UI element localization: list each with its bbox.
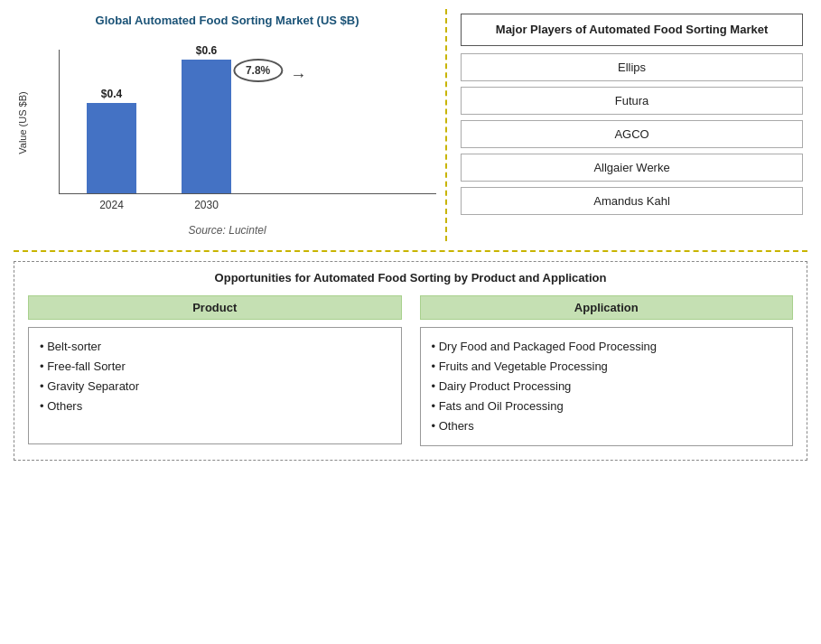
cagr-arrow: →: [290, 66, 306, 85]
cagr-annotation: 7.8% →: [233, 59, 283, 82]
product-items-box: Belt-sorter Free-fall Sorter Gravity Sep…: [28, 327, 402, 444]
bar-value-2024: $0.4: [101, 88, 122, 100]
product-item-2: Gravity Separator: [40, 377, 390, 397]
player-item-allgaier: Allgaier Werke: [461, 154, 803, 182]
bar-value-2030: $0.6: [196, 44, 217, 57]
bar-2030: [182, 60, 231, 193]
application-items-box: Dry Food and Packaged Food Processing Fr…: [420, 327, 794, 446]
bars-container: 7.8% → $0.4 2024 $0.6 2030: [59, 50, 436, 194]
player-item-ellips: Ellips: [461, 53, 803, 81]
player-item-amandus: Amandus Kahl: [461, 187, 803, 215]
application-item-2: Dairy Product Processing: [432, 377, 782, 397]
application-item-1: Fruits and Vegetable Processing: [432, 357, 782, 377]
major-players-area: Major Players of Automated Food Sorting …: [456, 9, 807, 241]
application-item-3: Fats and Oil Processing: [432, 397, 782, 416]
opportunities-title: Opportunities for Automated Food Sorting…: [28, 271, 793, 285]
bar-group-2030: $0.6 2030: [182, 44, 231, 193]
bar-label-2030: 2030: [194, 199, 219, 211]
product-header: Product: [28, 295, 402, 320]
players-title-box: Major Players of Automated Food Sorting …: [461, 14, 803, 46]
cagr-value: 7.8%: [246, 64, 270, 77]
source-text: Source: Lucintel: [18, 224, 436, 237]
application-item-4: Others: [432, 416, 782, 436]
product-column: Product Belt-sorter Free-fall Sorter Gra…: [28, 295, 402, 446]
application-header: Application: [420, 295, 794, 320]
chart-area: Global Automated Food Sorting Market (US…: [14, 9, 447, 241]
chart-title: Global Automated Food Sorting Market (US…: [18, 14, 436, 27]
player-item-agco: AGCO: [461, 120, 803, 148]
application-item-0: Dry Food and Packaged Food Processing: [432, 337, 782, 357]
main-container: Global Automated Food Sorting Market (US…: [0, 0, 821, 470]
product-item-3: Others: [40, 397, 390, 416]
cagr-ellipse: 7.8% →: [233, 59, 283, 82]
bar-group-2024: $0.4 2024: [87, 88, 136, 193]
bar-2024: [87, 103, 136, 193]
top-section: Global Automated Food Sorting Market (US…: [14, 9, 807, 252]
player-item-futura: Futura: [461, 87, 803, 115]
product-item-1: Free-fall Sorter: [40, 357, 390, 377]
bar-chart-wrapper: Value (US $B) 7.8% → $0.4 2024: [18, 36, 436, 217]
application-column: Application Dry Food and Packaged Food P…: [420, 295, 794, 446]
product-item-0: Belt-sorter: [40, 337, 390, 357]
bar-label-2024: 2024: [99, 199, 124, 211]
columns-wrapper: Product Belt-sorter Free-fall Sorter Gra…: [28, 295, 793, 446]
y-axis-label: Value (US $B): [17, 91, 28, 154]
bottom-section: Opportunities for Automated Food Sorting…: [14, 261, 807, 461]
